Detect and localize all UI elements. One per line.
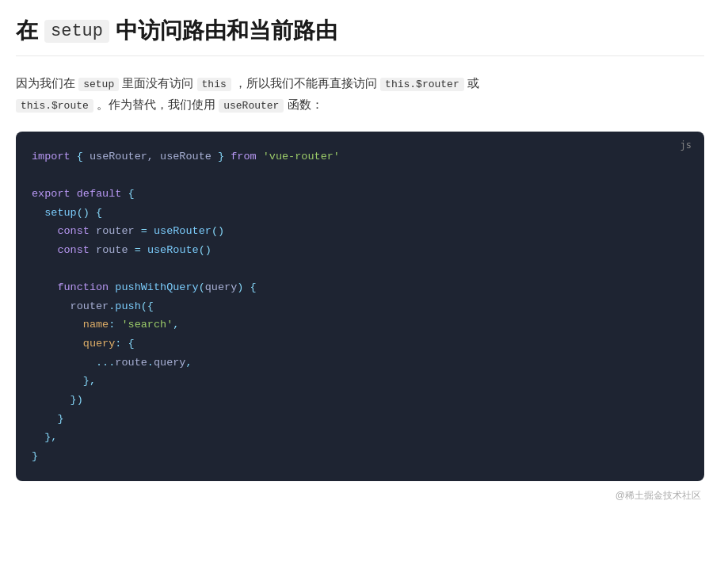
code-line-blank-2 xyxy=(32,260,688,279)
desc-inline-this-route: this.$route xyxy=(16,99,93,113)
code-block-container: js import { useRouter, useRoute } from '… xyxy=(16,132,704,482)
title-suffix: 中访问路由和当前路由 xyxy=(116,16,337,46)
title-prefix: 在 xyxy=(16,16,38,46)
desc-inline-userouter: useRouter xyxy=(219,99,284,113)
code-block: import { useRouter, useRoute } from 'vue… xyxy=(32,147,688,466)
code-line-blank-1 xyxy=(32,166,688,185)
description-paragraph: 因为我们在 setup 里面没有访问 this ，所以我们不能再直接访问 thi… xyxy=(16,72,704,116)
code-line-9: query: { xyxy=(32,334,688,354)
code-line-10: ...route.query, xyxy=(32,354,688,373)
code-line-12: }) xyxy=(32,391,688,410)
code-line-7: router.push({ xyxy=(32,297,688,316)
watermark: @稀土掘金技术社区 xyxy=(16,489,704,503)
code-line-8: name: 'search', xyxy=(32,315,688,334)
code-line-2: export default { xyxy=(32,185,688,204)
desc-inline-this-router: this.$router xyxy=(380,78,464,91)
code-line-14: }, xyxy=(32,428,688,447)
code-line-11: }, xyxy=(32,372,688,391)
code-line-13: } xyxy=(32,410,688,429)
desc-inline-this: this xyxy=(197,78,231,91)
code-lang-label: js xyxy=(680,140,692,151)
code-line-5: const route = useRoute() xyxy=(32,241,688,260)
desc-inline-setup: setup xyxy=(78,78,119,91)
page-title: 在 setup 中访问路由和当前路由 xyxy=(16,16,704,56)
code-line-15: } xyxy=(32,447,688,466)
title-code-keyword: setup xyxy=(44,20,109,43)
code-line-6: function pushWithQuery(query) { xyxy=(32,278,688,297)
code-line-1: import { useRouter, useRoute } from 'vue… xyxy=(32,147,688,166)
code-line-4: const router = useRouter() xyxy=(32,222,688,241)
code-line-3: setup() { xyxy=(32,204,688,223)
